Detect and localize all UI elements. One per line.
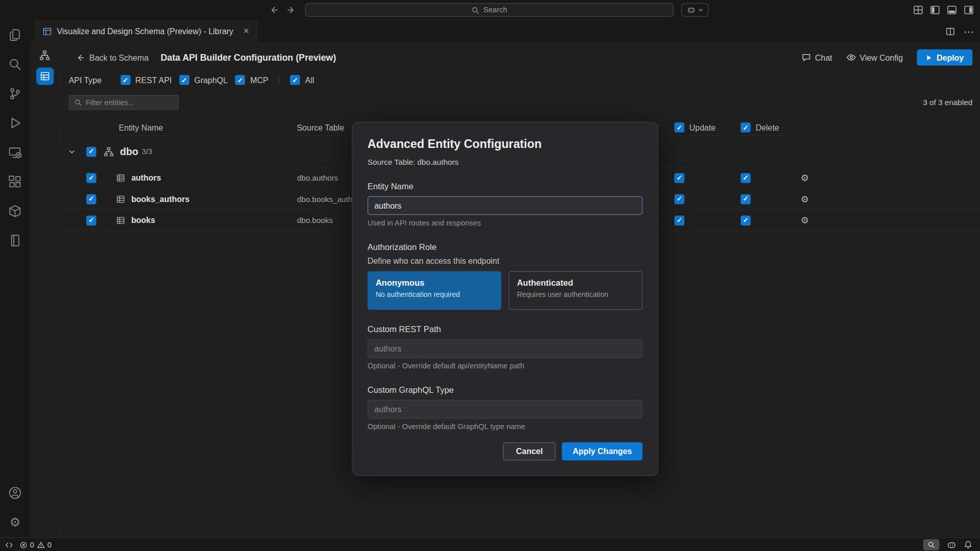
entity-name: books xyxy=(131,215,155,224)
custom-graphql-type-hint: Optional - Override default GraphQL type… xyxy=(368,422,643,431)
update-all-checkbox[interactable] xyxy=(674,122,684,133)
role-card-anonymous[interactable]: Anonymous No authentication required xyxy=(368,271,501,310)
source-control-icon[interactable] xyxy=(0,79,30,108)
graphql-checkbox[interactable] xyxy=(179,75,189,85)
sql-database-icon[interactable] xyxy=(0,226,30,255)
notifications-bell-icon[interactable] xyxy=(964,540,972,549)
tab-visualize-design-schema[interactable]: Visualize and Design Schema (Preview) - … xyxy=(34,20,257,42)
editor-actions-more-icon[interactable] xyxy=(964,26,974,37)
role-title: Authenticated xyxy=(517,278,634,287)
table-icon xyxy=(116,167,125,188)
problems-indicator[interactable]: 0 0 xyxy=(19,540,52,549)
tab-close-icon[interactable] xyxy=(243,26,249,37)
entity-settings-gear-icon[interactable] xyxy=(801,210,809,230)
group-checkbox[interactable] xyxy=(86,146,96,157)
role-card-authenticated[interactable]: Authenticated Requires user authenticati… xyxy=(509,271,643,310)
schema-tool-sidebar xyxy=(30,42,60,537)
authorization-role-hint: Define who can access this endpoint xyxy=(368,256,643,265)
search-icon xyxy=(75,98,82,106)
search-view-icon[interactable] xyxy=(0,49,30,79)
vscode-window: Search Visualize and Design Schema (Prev… xyxy=(0,0,980,551)
role-desc: Requires user authentication xyxy=(517,290,634,298)
copilot-icon xyxy=(687,6,695,14)
apply-changes-button[interactable]: Apply Changes xyxy=(562,442,643,461)
toggle-sidebar-icon[interactable] xyxy=(930,5,940,15)
entity-name-input[interactable] xyxy=(368,196,643,215)
cancel-button[interactable]: Cancel xyxy=(503,442,556,461)
extensions-icon[interactable] xyxy=(0,167,30,196)
explorer-icon[interactable] xyxy=(0,20,30,49)
entity-source: dbo.authors xyxy=(297,173,338,182)
update-checkbox[interactable] xyxy=(674,194,684,204)
delete-checkbox[interactable] xyxy=(741,194,751,204)
row-checkbox[interactable] xyxy=(86,194,96,204)
accounts-icon[interactable] xyxy=(0,478,30,508)
api-type-filter-row: API Type REST API GraphQL MCP All xyxy=(69,72,314,87)
view-config-button[interactable]: View Config xyxy=(846,53,903,63)
update-checkbox[interactable] xyxy=(674,215,684,226)
row-checkbox[interactable] xyxy=(86,173,96,183)
entity-name: books_authors xyxy=(131,194,189,204)
nav-forward-icon[interactable] xyxy=(286,5,297,15)
toggle-secondary-sidebar-icon[interactable] xyxy=(964,5,974,15)
settings-gear-icon[interactable] xyxy=(0,507,30,537)
delete-all-checkbox[interactable] xyxy=(741,122,751,133)
split-editor-icon[interactable] xyxy=(946,27,955,36)
table-icon xyxy=(116,189,125,209)
table-icon xyxy=(116,210,125,230)
all-checkbox[interactable] xyxy=(290,75,300,85)
filter-entities-input[interactable] xyxy=(86,98,183,107)
col-entity-name: Entity Name xyxy=(119,123,163,132)
zoom-indicator[interactable] xyxy=(923,539,940,550)
chat-label: Chat xyxy=(815,53,832,62)
schema-icon xyxy=(104,136,114,167)
copilot-status-icon[interactable] xyxy=(947,540,956,549)
warning-icon xyxy=(37,541,45,549)
back-to-schema-button[interactable]: Back to Schema xyxy=(76,46,149,69)
chevron-down-icon[interactable] xyxy=(67,136,76,167)
delete-checkbox[interactable] xyxy=(741,215,751,226)
mcp-checkbox[interactable] xyxy=(235,75,246,85)
filter-rest-api[interactable]: REST API xyxy=(120,75,172,85)
remote-explorer-icon[interactable] xyxy=(0,137,30,167)
entity-settings-gear-icon[interactable] xyxy=(801,167,809,188)
advanced-entity-configuration-dialog: Advanced Entity Configuration Source Tab… xyxy=(352,122,658,476)
entity-settings-gear-icon[interactable] xyxy=(801,189,809,209)
filter-mcp[interactable]: MCP xyxy=(235,75,268,85)
arrow-left-icon xyxy=(76,53,85,62)
tab-title: Visualize and Design Schema (Preview) - … xyxy=(57,27,233,36)
chat-button[interactable]: Chat xyxy=(801,53,832,63)
custom-graphql-type-input[interactable] xyxy=(368,400,643,419)
search-label: Search xyxy=(483,6,507,14)
group-name: dbo xyxy=(120,146,138,157)
rest-api-checkbox[interactable] xyxy=(120,75,131,85)
update-checkbox[interactable] xyxy=(674,173,684,183)
panel-layout-icon[interactable] xyxy=(5,541,13,549)
copilot-menu-button[interactable] xyxy=(681,3,709,17)
custom-rest-path-input[interactable] xyxy=(368,339,643,358)
customize-layout-icon[interactable] xyxy=(913,5,923,15)
filter-graphql[interactable]: GraphQL xyxy=(179,75,228,85)
schema-view-icon[interactable] xyxy=(30,44,60,66)
schema-designer-icon xyxy=(42,27,52,36)
database-projects-icon[interactable] xyxy=(0,196,30,226)
command-center-search[interactable]: Search xyxy=(305,3,674,17)
deploy-button[interactable]: Deploy xyxy=(917,49,972,66)
filter-entities-field[interactable] xyxy=(69,95,179,110)
status-bar: 0 0 xyxy=(0,537,980,551)
dialog-title: Advanced Entity Configuration xyxy=(368,137,643,151)
role-desc: No authentication required xyxy=(376,290,493,298)
chat-icon xyxy=(801,53,812,63)
search-icon xyxy=(472,6,480,14)
eye-icon xyxy=(846,53,856,63)
back-label: Back to Schema xyxy=(89,53,149,62)
entity-source: dbo.books xyxy=(297,216,333,224)
toggle-panel-icon[interactable] xyxy=(947,5,957,15)
run-debug-icon[interactable] xyxy=(0,108,30,138)
data-api-builder-view-icon[interactable] xyxy=(30,66,60,87)
row-checkbox[interactable] xyxy=(86,215,96,226)
activity-bar xyxy=(0,20,30,537)
delete-checkbox[interactable] xyxy=(741,173,751,183)
filter-all[interactable]: All xyxy=(290,75,314,85)
nav-back-icon[interactable] xyxy=(269,5,279,15)
